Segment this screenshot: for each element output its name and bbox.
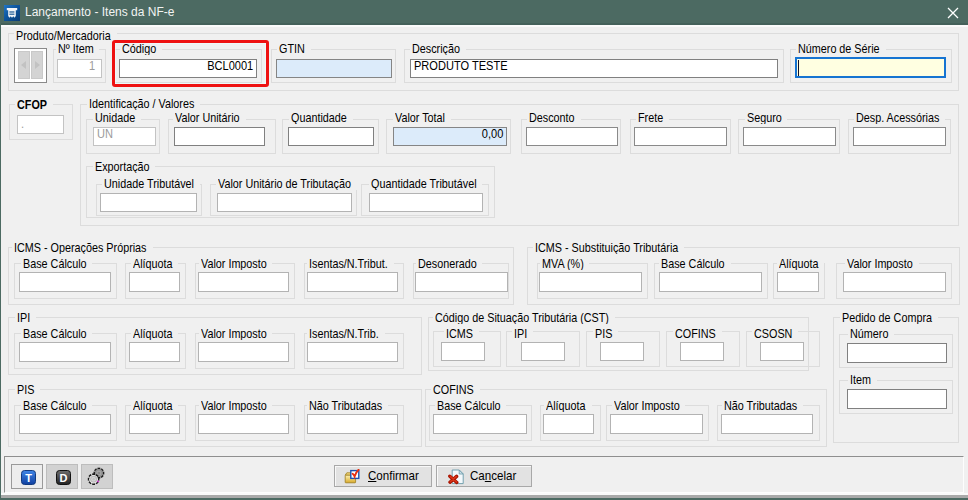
svg-text:D: D [59, 471, 67, 483]
svg-text:T: T [25, 471, 32, 483]
